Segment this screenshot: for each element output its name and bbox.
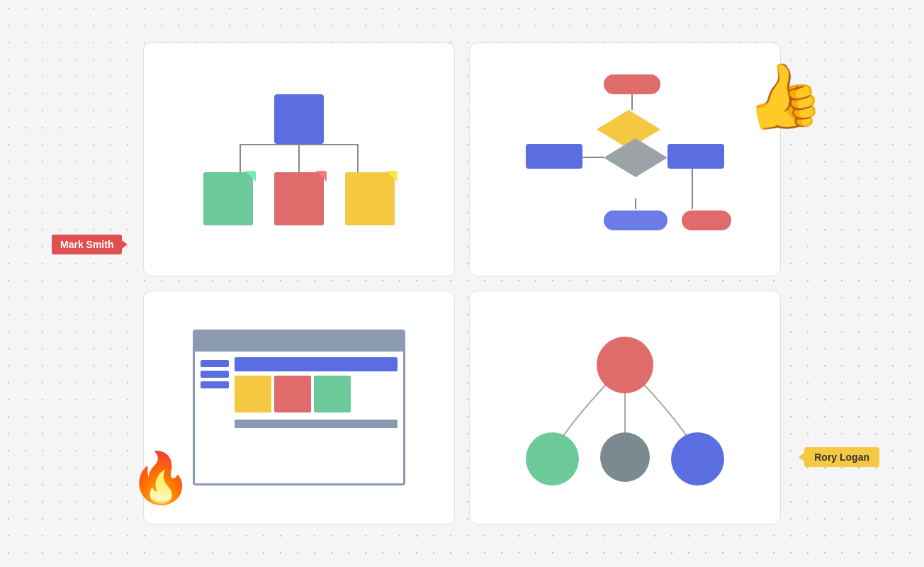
- card-file-tree: Mark Smith: [143, 43, 455, 276]
- fire-icon: 🔥: [130, 453, 191, 503]
- cell-red: [274, 376, 311, 412]
- thumbs-up-icon: 👍: [738, 58, 828, 135]
- sidebar-line-3: [201, 381, 229, 388]
- flowchart-rect-right: [667, 144, 724, 169]
- rory-logan-text: Rory Logan: [814, 451, 869, 463]
- flowchart-rect-left: [526, 144, 582, 169]
- tree-root-node: [274, 94, 324, 144]
- sidebar-line-2: [201, 371, 229, 378]
- node-left: [526, 432, 579, 485]
- card-flowchart: 👍: [469, 43, 781, 276]
- browser-sidebar: [201, 360, 229, 428]
- cell-green: [314, 376, 351, 412]
- flowchart-end-pill-blue: [604, 210, 667, 230]
- node-center: [600, 432, 650, 482]
- card-browser: 🔥: [143, 291, 455, 524]
- mark-smith-text: Mark Smith: [60, 239, 113, 250]
- nodes-diagram: [519, 315, 731, 500]
- browser-main-content: [235, 357, 398, 428]
- flowchart-end-pill-red: [682, 210, 731, 230]
- browser-content: [195, 352, 403, 434]
- cell-yellow: [235, 376, 271, 412]
- browser-footer-bar: [235, 420, 398, 428]
- node-root: [597, 337, 653, 393]
- tree-child-red: [274, 172, 324, 225]
- browser-cells: [235, 376, 398, 412]
- sidebar-line-1: [201, 360, 229, 367]
- browser-title-bar: [235, 357, 398, 371]
- tree-child-green: [203, 172, 253, 225]
- tree-diagram: [203, 94, 395, 225]
- rory-logan-label: Rory Logan: [804, 447, 879, 467]
- node-right: [671, 432, 724, 485]
- tree-child-yellow: [345, 172, 395, 225]
- tree-connector: [214, 144, 384, 172]
- browser-bar: [195, 332, 403, 352]
- card-nodes: Rory Logan: [469, 291, 781, 524]
- flowchart-start-pill: [604, 74, 660, 94]
- mark-smith-label: Mark Smith: [52, 235, 122, 254]
- tree-children: [203, 172, 395, 225]
- flowchart-diagram: [512, 67, 738, 252]
- browser-window: [193, 330, 405, 485]
- main-grid: Mark Smith: [143, 43, 781, 524]
